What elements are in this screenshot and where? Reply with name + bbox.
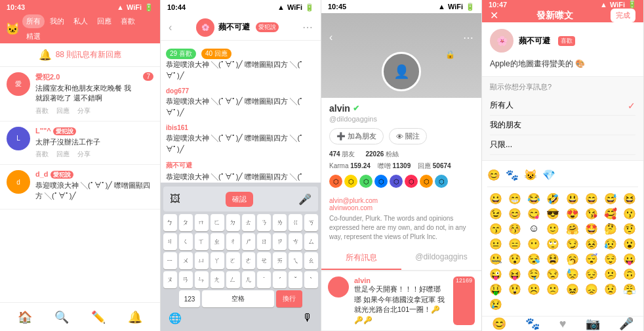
kb-key-ㄎ[interactable]: ㄎ <box>304 214 318 231</box>
kb-key-ㄆ[interactable]: ㄆ <box>179 214 193 231</box>
action-回應[interactable]: 回應 <box>56 106 70 116</box>
emoji-item[interactable]: 😴 <box>583 253 599 265</box>
kb-key-ㄒ[interactable]: ㄒ <box>195 233 209 250</box>
emoji-item[interactable]: 😁 <box>506 192 523 205</box>
kb-key-ㄍ[interactable]: ㄍ <box>289 214 302 231</box>
kb-key-ㄨ[interactable]: ㄨ <box>179 252 193 269</box>
globe-icon[interactable]: 🌐 <box>169 312 182 324</box>
emoji-item[interactable]: 🤐 <box>487 253 504 265</box>
kb-key-ㄝ[interactable]: ㄝ <box>257 252 271 269</box>
more-icon[interactable]: ⋯ <box>302 21 313 33</box>
emoji-item[interactable]: 😒 <box>545 268 561 280</box>
emoji-item[interactable]: ☺️ <box>526 223 542 235</box>
nav-tab-私人[interactable]: 私人 <box>70 14 92 28</box>
emoji-item[interactable]: 😊 <box>506 208 523 220</box>
emoji-item[interactable]: 😙 <box>487 223 504 235</box>
emoji-item[interactable]: 😌 <box>603 253 619 265</box>
emoji-item[interactable]: 😂 <box>526 192 542 205</box>
emoji-item[interactable]: 😕 <box>603 268 619 280</box>
key-123[interactable]: 123 <box>179 290 200 307</box>
emoji-item[interactable]: 😚 <box>506 223 523 235</box>
kb-key-ㄇ[interactable]: ㄇ <box>195 214 209 231</box>
action-分享[interactable]: 分享 <box>77 106 91 116</box>
emoji-item[interactable]: 🙃 <box>622 268 638 280</box>
kb-key-ㄋ[interactable]: ㄋ <box>257 214 271 231</box>
kb-key-ㄥ[interactable]: ㄥ <box>226 271 240 288</box>
kb-key-ㄛ[interactable]: ㄛ <box>226 252 240 269</box>
kb-key-ㄞ[interactable]: ㄞ <box>273 252 287 269</box>
image-icon[interactable]: 🖼 <box>170 193 180 205</box>
action-喜歡[interactable]: 喜歡 <box>35 150 49 159</box>
emoji-item[interactable]: 😄 <box>583 192 599 205</box>
kb-key-ㄑ[interactable]: ㄑ <box>179 233 193 250</box>
kb-key-ㄊ[interactable]: ㄊ <box>242 214 256 231</box>
emoji-tab-face[interactable]: 😊 <box>487 169 500 181</box>
emoji-item[interactable]: 😎 <box>545 208 561 220</box>
kb-key-ㄤ[interactable]: ㄤ <box>211 271 224 288</box>
emoji-item[interactable]: 🤗 <box>564 223 580 235</box>
kb-key-ㄩ[interactable]: ㄩ <box>195 252 209 269</box>
emoji-item[interactable]: 🙂 <box>545 223 561 235</box>
like-badge-1[interactable]: 40 回應 <box>201 49 231 59</box>
more-btn-3[interactable]: ⋯ <box>463 32 473 44</box>
action-喜歡[interactable]: 喜歡 <box>35 106 49 116</box>
emoji-item[interactable]: 😗 <box>622 208 638 220</box>
key-enter[interactable]: 換行 <box>276 290 302 307</box>
emoji-item[interactable]: 🤩 <box>583 223 599 235</box>
action-回應[interactable]: 回應 <box>56 150 70 159</box>
like-badge-0[interactable]: 29 喜歡 <box>166 49 196 59</box>
done-btn[interactable]: 完成 <box>611 9 635 22</box>
emoji-item[interactable]: 🥰 <box>603 208 619 220</box>
emoji-item[interactable]: 😏 <box>564 238 580 250</box>
emoji-item[interactable]: 🙁 <box>545 283 561 296</box>
emoji-item[interactable]: 😢 <box>487 298 504 311</box>
emoji-item[interactable]: 🤣 <box>545 192 561 205</box>
notification-banner[interactable]: 🔔 88 則訊息有新回應 <box>0 43 160 67</box>
kb-key-ㄚ[interactable]: ㄚ <box>211 252 224 269</box>
emoji-item[interactable]: 😲 <box>506 283 523 296</box>
emoji-item[interactable]: 😑 <box>506 238 523 250</box>
back-icon[interactable]: ‹ <box>169 22 172 33</box>
emoji-item[interactable]: 😞 <box>583 283 599 296</box>
emoji-item[interactable]: 🤔 <box>603 223 619 235</box>
kb-key-ㄓ[interactable]: ㄓ <box>211 233 224 250</box>
compose-text[interactable]: Apple的地圖畫得蠻美的 🎨 <box>490 58 635 70</box>
emoji-item[interactable]: 😶 <box>526 238 542 250</box>
sticker-icon[interactable]: 🐾 <box>525 317 540 331</box>
kb-key-ㄙ[interactable]: ㄙ <box>304 233 318 250</box>
emoji-item[interactable]: 🙄 <box>545 238 561 250</box>
emoji-tab-cat[interactable]: 😺 <box>524 169 537 181</box>
kb-key-˙[interactable]: ˙ <box>257 271 271 288</box>
audience-option-所有人[interactable]: 所有人 ✓ <box>490 96 635 116</box>
kb-key-ㄉ[interactable]: ㄉ <box>226 214 240 231</box>
emoji-item[interactable]: 😣 <box>583 238 599 250</box>
kb-key-ㄗ[interactable]: ㄗ <box>273 233 287 250</box>
kb-key-ㄦ[interactable]: ㄦ <box>242 271 256 288</box>
close-btn[interactable]: ✕ <box>490 9 498 22</box>
emoji-item[interactable]: 😉 <box>487 208 504 220</box>
nav-tab-我的[interactable]: 我的 <box>46 14 68 28</box>
kb-key-ㄅ[interactable]: ㄅ <box>163 214 177 231</box>
emoji-item[interactable]: 😤 <box>622 283 638 296</box>
bell-nav-icon[interactable]: 🔔 <box>128 310 142 324</box>
profile-links[interactable]: alvin@plurk.com alvinwoon.com <box>321 197 481 211</box>
emoji-item[interactable]: 😆 <box>622 192 638 205</box>
nav-tab-回應[interactable]: 回應 <box>93 14 115 28</box>
tab-all-messages[interactable]: 所有訊息 <box>321 247 401 270</box>
kb-key-ㄡ[interactable]: ㄡ <box>163 271 177 288</box>
kb-key-ㄕ[interactable]: ㄕ <box>242 233 256 250</box>
emoji-item[interactable]: ☹️ <box>526 283 542 296</box>
kb-key-ㄈ[interactable]: ㄈ <box>211 214 224 231</box>
emoji-item[interactable]: 😟 <box>603 283 619 296</box>
home-icon[interactable]: 🏠 <box>18 310 32 324</box>
nav-tab-精選[interactable]: 精選 <box>22 30 45 43</box>
camera-icon[interactable]: 📷 <box>586 317 600 331</box>
nav-tab-所有[interactable]: 所有 <box>22 14 45 28</box>
kb-key-ㄢ[interactable]: ㄢ <box>179 271 193 288</box>
kb-key-ˊ[interactable]: ˊ <box>273 271 287 288</box>
kb-key-ㄖ[interactable]: ㄖ <box>257 233 271 250</box>
emoji-item[interactable]: 😔 <box>583 268 599 280</box>
add-friend-btn[interactable]: ➕ 加為朋友 <box>329 128 384 144</box>
follow-btn[interactable]: 👁 關注 <box>389 128 427 144</box>
kb-key-ㄣ[interactable]: ㄣ <box>195 271 209 288</box>
